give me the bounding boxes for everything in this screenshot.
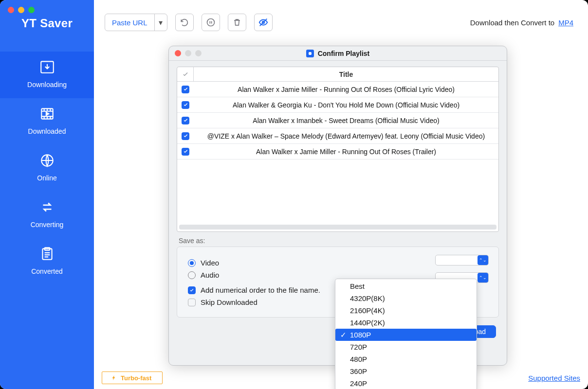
row-title: Alan Walker x Imanbek - Sweet Dreams (Of… [194,117,498,124]
confirm-playlist-dialog: Confirm Playlist Title Alan Walker x Jam… [168,46,507,366]
playlist-table: Title Alan Walker x Jamie Miller - Runni… [177,67,499,232]
dropdown-item[interactable]: 2160P(4K) [335,304,477,317]
radio-video[interactable] [188,259,196,267]
sidebar-item-label: Online [37,174,56,182]
sidebar-item-converted[interactable]: Converted [0,238,94,285]
option-audio-label: Audio [201,271,219,279]
checkbox-add-order[interactable] [188,286,196,294]
table-row[interactable]: Alan Walker x Imanbek - Sweet Dreams (Of… [177,113,498,128]
supported-sites-link[interactable]: Supported Sites [528,374,580,382]
dropdown-item[interactable]: 1440P(2K) [335,317,477,329]
row-checkbox[interactable] [177,82,194,97]
save-as-label: Save as: [179,237,497,245]
skip-downloaded-label: Skip Downloaded [201,298,257,306]
svg-point-5 [207,19,214,26]
dialog-title: Confirm Playlist [169,50,507,57]
row-title: @VIZE x Alan Walker – Space Melody (Edwa… [194,132,498,140]
row-checkbox[interactable] [177,97,194,112]
row-checkbox[interactable] [177,128,194,143]
dropdown-item[interactable]: 240P [335,377,477,389]
dropdown-item[interactable]: 720P [335,341,477,353]
video-file-icon [38,105,56,123]
trash-icon[interactable] [228,14,246,31]
row-checkbox[interactable] [177,144,194,159]
select-all-checkbox[interactable] [177,67,194,81]
table-row[interactable]: @VIZE x Alan Walker – Space Melody (Edwa… [177,128,498,144]
dropdown-item[interactable]: 1080P [335,329,477,341]
dialog-close[interactable] [175,50,181,56]
sidebar-item-online[interactable]: Online [0,145,94,192]
sidebar-item-downloading[interactable]: Downloading [0,52,94,98]
checkbox-skip-downloaded[interactable] [188,299,196,306]
dialog-minimize [185,50,191,56]
resolution-dropdown[interactable]: Best4320P(8K)2160P(4K)1440P(2K)1080P720P… [335,279,477,389]
chevrons-icon: ⌃⌄ [478,255,488,265]
globe-icon [38,152,56,169]
dialog-traffic-lights [175,50,202,56]
option-video-label: Video [201,259,219,267]
row-title: Alan Walker x Jamie Miller - Running Out… [194,148,498,156]
pause-icon[interactable] [202,14,220,31]
paste-icon [38,245,56,263]
window-traffic-lights [8,7,35,13]
undo-icon[interactable] [175,14,194,31]
table-row[interactable]: Alan Walker x Jamie Miller - Running Out… [177,82,498,97]
close-window[interactable] [8,7,14,13]
playlist-rows: Alan Walker x Jamie Miller - Running Out… [177,82,498,159]
convert-to-bar: Download then Convert to MP4 [470,18,577,27]
row-title: Alan Walker x Jamie Miller - Running Out… [194,86,498,93]
radio-audio[interactable] [188,271,196,279]
minimize-window[interactable] [18,7,24,13]
row-checkbox[interactable] [177,113,194,128]
playlist-icon [306,50,314,57]
download-icon [38,58,56,76]
maximize-window[interactable] [28,7,35,13]
paste-url-dropdown-toggle[interactable]: ▾ [154,14,167,31]
app-window: YT Saver Downloading Downloaded [0,0,588,389]
dialog-titlebar: Confirm Playlist [169,46,507,61]
dialog-title-text: Confirm Playlist [318,50,370,57]
hide-icon[interactable] [254,14,273,31]
dialog-maximize [195,50,202,56]
sidebar: YT Saver Downloading Downloaded [0,0,94,389]
bolt-icon [111,375,117,381]
playlist-scrollbar[interactable] [179,225,496,230]
table-row[interactable]: Alan Walker & Georgia Ku - Don't You Hol… [177,97,498,113]
dropdown-item[interactable]: 360P [335,365,477,377]
dropdown-item[interactable]: 480P [335,353,477,365]
sidebar-item-downloaded[interactable]: Downloaded [0,98,94,145]
convert-icon [38,198,56,216]
paste-url-label: Paste URL [105,18,154,27]
dropdown-item[interactable]: Best [335,280,477,292]
sidebar-item-label: Converting [31,221,64,229]
convert-format-link[interactable]: MP4 [558,18,573,27]
video-resolution-select[interactable]: ⌃⌄ [435,255,489,265]
title-column-header: Title [194,71,498,78]
add-order-label: Add numerical order to the file name. [201,286,320,294]
playlist-header: Title [177,67,498,82]
chevrons-icon: ⌃⌄ [478,273,488,283]
paste-url-button[interactable]: Paste URL ▾ [105,14,167,31]
convert-label: Download then Convert to [470,18,554,27]
table-row[interactable]: Alan Walker x Jamie Miller - Running Out… [177,144,498,159]
dropdown-item[interactable]: 4320P(8K) [335,292,477,304]
sidebar-item-label: Converted [31,267,63,275]
app-title: YT Saver [21,17,73,30]
toolbar: Paste URL ▾ Download then Convert to MP4 [94,0,588,36]
sidebar-item-label: Downloaded [28,127,66,135]
row-title: Alan Walker & Georgia Ku - Don't You Hol… [194,101,498,109]
turbo-fast-button[interactable]: Turbo-fast [102,371,163,384]
turbo-label: Turbo-fast [121,374,151,382]
sidebar-item-label: Downloading [27,81,67,88]
sidebar-item-converting[interactable]: Converting [0,192,94,238]
